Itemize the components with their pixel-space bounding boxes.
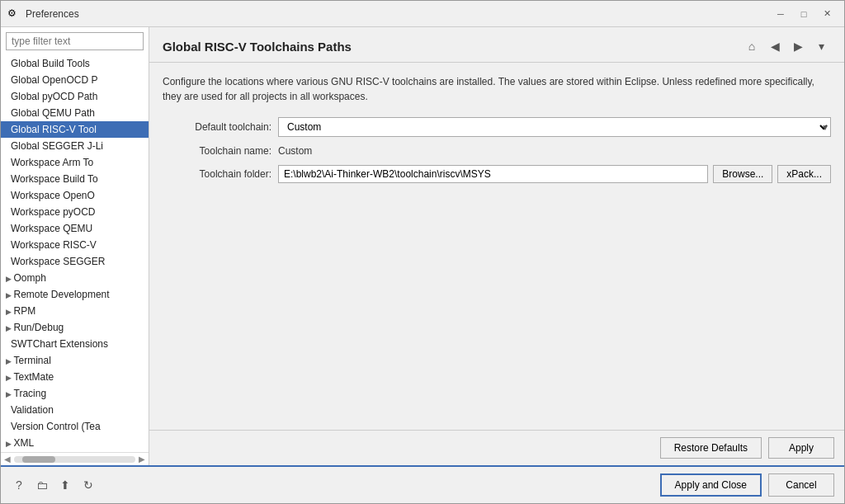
sidebar-item-workspace-pyocd[interactable]: Workspace pyOCD [1,204,149,220]
toolchain-folder-label: Toolchain folder: [163,168,278,180]
filter-input[interactable] [6,32,144,50]
toolchain-name-text: Custom [278,145,312,157]
sidebar-item-tracing[interactable]: Tracing [1,385,149,402]
bottom-action-bar: Restore Defaults Apply [149,430,844,465]
description-text: Configure the locations where various GN… [163,74,831,104]
default-toolchain-select[interactable]: Custom [278,117,831,137]
sidebar-item-workspace-qemu[interactable]: Workspace QEMU [1,220,149,237]
sidebar-item-workspace-segger[interactable]: Workspace SEGGER [1,253,149,270]
xpack-button[interactable]: xPack... [777,165,831,183]
default-toolchain-row: Default toolchain: Custom ▼ [163,117,831,137]
sidebar-item-swtchart[interactable]: SWTChart Extensions [1,336,149,352]
toolchain-name-label: Toolchain name: [163,145,278,157]
scroll-track[interactable] [14,456,135,463]
toolchain-folder-input[interactable] [278,165,708,183]
sidebar-item-global-build-tools[interactable]: Global Build Tools [1,55,149,72]
sidebar-item-workspace-arm[interactable]: Workspace Arm To [1,154,149,171]
toolchain-name-value: Custom [278,145,831,157]
toolchain-folder-control: Browse... xPack... [278,165,831,183]
sidebar-item-version-control[interactable]: Version Control (Tea [1,418,149,435]
apply-and-close-button[interactable]: Apply and Close [660,473,762,497]
sidebar-item-validation[interactable]: Validation [1,402,149,418]
help-icon[interactable]: ? [11,477,27,493]
scrollbar-area: ◀ ▶ [1,452,149,465]
sidebar-item-global-segger[interactable]: Global SEGGER J-Li [1,138,149,154]
app-icon: ⚙ [7,7,21,21]
menu-button[interactable]: ▾ [811,37,831,55]
default-toolchain-label: Default toolchain: [163,121,278,133]
toolchain-name-row: Toolchain name: Custom [163,145,831,157]
sidebar-item-remote-development[interactable]: Remote Development [1,286,149,303]
sidebar-item-run-debug[interactable]: Run/Debug [1,319,149,336]
window-controls: ─ □ ✕ [770,6,838,22]
sidebar-item-global-openocd[interactable]: Global OpenOCD P [1,72,149,88]
default-toolchain-control: Custom ▼ [278,117,831,137]
sidebar-item-workspace-openocd[interactable]: Workspace OpenO [1,187,149,204]
page-title: Global RISC-V Toolchains Paths [163,40,352,54]
home-button[interactable]: ⌂ [742,37,762,55]
toolbar: ⌂ ◀ ▶ ▾ [742,37,831,55]
sidebar-item-terminal[interactable]: Terminal [1,352,149,369]
apply-button[interactable]: Apply [768,437,834,459]
minimize-button[interactable]: ─ [770,6,791,22]
maximize-button[interactable]: □ [793,6,814,22]
folder-icon[interactable]: 🗀 [34,477,50,493]
browse-button[interactable]: Browse... [713,165,772,183]
main-body: Configure the locations where various GN… [149,63,844,430]
sidebar-item-workspace-build[interactable]: Workspace Build To [1,171,149,187]
restore-defaults-button[interactable]: Restore Defaults [660,437,762,459]
tree: Global Build Tools Global OpenOCD P Glob… [1,55,149,452]
sidebar-item-rpm[interactable]: RPM [1,303,149,319]
footer-bar: ? 🗀 ⬆ ↻ Apply and Close Cancel [1,465,844,503]
main-content: Global Build Tools Global OpenOCD P Glob… [1,27,844,465]
close-button[interactable]: ✕ [816,6,838,22]
export-icon[interactable]: ⬆ [57,477,73,493]
back-button[interactable]: ◀ [765,37,785,55]
sidebar: Global Build Tools Global OpenOCD P Glob… [1,27,149,465]
main-header: Global RISC-V Toolchains Paths ⌂ ◀ ▶ ▾ [149,27,844,63]
sidebar-item-global-riscv[interactable]: Global RISC-V Tool [1,121,149,138]
window-title: Preferences [26,8,770,20]
forward-button[interactable]: ▶ [788,37,808,55]
title-bar: ⚙ Preferences ─ □ ✕ [1,1,844,27]
toolchain-folder-row: Toolchain folder: Browse... xPack... [163,165,831,183]
preferences-window: ⚙ Preferences ─ □ ✕ Global Build Tools G… [0,0,845,504]
sidebar-item-global-pyocd[interactable]: Global pyOCD Path [1,88,149,105]
scroll-thumb[interactable] [22,456,55,463]
sidebar-item-xml[interactable]: XML [1,435,149,451]
sidebar-item-textmate[interactable]: TextMate [1,369,149,385]
status-icons: ? 🗀 ⬆ ↻ [11,473,654,497]
sidebar-item-oomph[interactable]: Oomph [1,270,149,286]
cancel-button[interactable]: Cancel [768,473,834,497]
sidebar-item-global-qemu[interactable]: Global QEMU Path [1,105,149,121]
main-panel: Global RISC-V Toolchains Paths ⌂ ◀ ▶ ▾ C… [149,27,844,465]
refresh-icon[interactable]: ↻ [80,477,97,493]
sidebar-item-workspace-riscv[interactable]: Workspace RISC-V [1,237,149,253]
